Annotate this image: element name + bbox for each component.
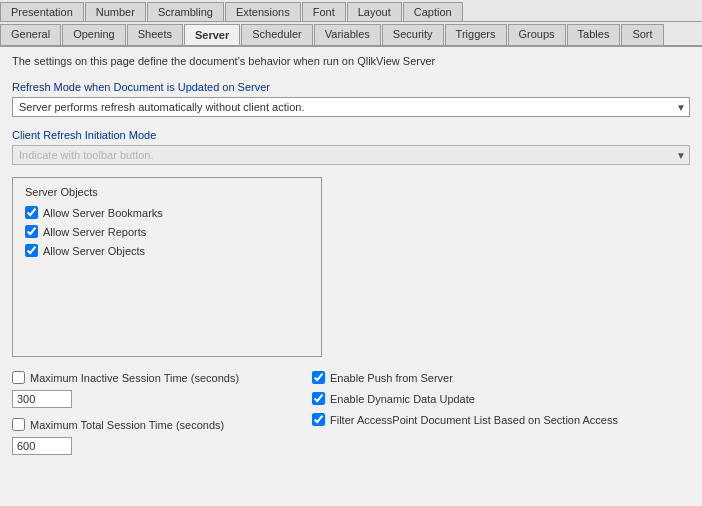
tab-scrambling[interactable]: Scrambling bbox=[147, 2, 224, 21]
tab-number[interactable]: Number bbox=[85, 2, 146, 21]
filter-accesspoint-label[interactable]: Filter AccessPoint Document List Based o… bbox=[330, 414, 618, 426]
allow-server-bookmarks-row: Allow Server Bookmarks bbox=[25, 206, 309, 219]
page-description: The settings on this page define the doc… bbox=[12, 55, 690, 67]
refresh-mode-label: Refresh Mode when Document is Updated on… bbox=[12, 81, 690, 93]
tab-sort[interactable]: Sort bbox=[621, 24, 663, 45]
tab-sheets[interactable]: Sheets bbox=[127, 24, 183, 45]
allow-server-objects-row: Allow Server Objects bbox=[25, 244, 309, 257]
tab-layout[interactable]: Layout bbox=[347, 2, 402, 21]
tab-variables[interactable]: Variables bbox=[314, 24, 381, 45]
tab-extensions[interactable]: Extensions bbox=[225, 2, 301, 21]
tab-groups[interactable]: Groups bbox=[508, 24, 566, 45]
allow-server-reports-label[interactable]: Allow Server Reports bbox=[43, 226, 146, 238]
max-total-row: Maximum Total Session Time (seconds) bbox=[12, 418, 292, 431]
bottom-right: Enable Push from Server Enable Dynamic D… bbox=[312, 371, 690, 465]
enable-push-label[interactable]: Enable Push from Server bbox=[330, 372, 453, 384]
allow-server-bookmarks-checkbox[interactable] bbox=[25, 206, 38, 219]
bottom-left: Maximum Inactive Session Time (seconds) … bbox=[12, 371, 292, 465]
tab-security[interactable]: Security bbox=[382, 24, 444, 45]
tab-row-1: Presentation Number Scrambling Extension… bbox=[0, 0, 702, 22]
main-content: The settings on this page define the doc… bbox=[0, 47, 702, 501]
tab-tables[interactable]: Tables bbox=[567, 24, 621, 45]
max-inactive-checkbox[interactable] bbox=[12, 371, 25, 384]
refresh-mode-dropdown[interactable]: Server performs refresh automatically wi… bbox=[12, 97, 690, 117]
enable-push-checkbox[interactable] bbox=[312, 371, 325, 384]
bottom-section: Maximum Inactive Session Time (seconds) … bbox=[12, 371, 690, 465]
filter-accesspoint-checkbox[interactable] bbox=[312, 413, 325, 426]
max-total-label[interactable]: Maximum Total Session Time (seconds) bbox=[30, 419, 224, 431]
max-inactive-label[interactable]: Maximum Inactive Session Time (seconds) bbox=[30, 372, 239, 384]
client-refresh-dropdown-container: Indicate with toolbar button. ▼ bbox=[12, 145, 690, 165]
server-objects-group: Server Objects Allow Server Bookmarks Al… bbox=[12, 177, 322, 357]
tab-general[interactable]: General bbox=[0, 24, 61, 45]
client-refresh-dropdown[interactable]: Indicate with toolbar button. bbox=[12, 145, 690, 165]
allow-server-reports-checkbox[interactable] bbox=[25, 225, 38, 238]
filter-accesspoint-row: Filter AccessPoint Document List Based o… bbox=[312, 413, 690, 426]
refresh-mode-dropdown-container: Server performs refresh automatically wi… bbox=[12, 97, 690, 117]
tab-server[interactable]: Server bbox=[184, 24, 240, 45]
enable-dynamic-checkbox[interactable] bbox=[312, 392, 325, 405]
server-objects-title: Server Objects bbox=[25, 186, 309, 198]
max-inactive-input[interactable] bbox=[12, 390, 72, 408]
client-refresh-label: Client Refresh Initiation Mode bbox=[12, 129, 690, 141]
enable-push-row: Enable Push from Server bbox=[312, 371, 690, 384]
max-inactive-row: Maximum Inactive Session Time (seconds) bbox=[12, 371, 292, 384]
tab-presentation[interactable]: Presentation bbox=[0, 2, 84, 21]
allow-server-bookmarks-label[interactable]: Allow Server Bookmarks bbox=[43, 207, 163, 219]
max-total-checkbox[interactable] bbox=[12, 418, 25, 431]
tab-opening[interactable]: Opening bbox=[62, 24, 126, 45]
allow-server-objects-checkbox[interactable] bbox=[25, 244, 38, 257]
tab-caption[interactable]: Caption bbox=[403, 2, 463, 21]
enable-dynamic-row: Enable Dynamic Data Update bbox=[312, 392, 690, 405]
allow-server-objects-label[interactable]: Allow Server Objects bbox=[43, 245, 145, 257]
tab-font[interactable]: Font bbox=[302, 2, 346, 21]
tab-triggers[interactable]: Triggers bbox=[445, 24, 507, 45]
tab-row-2: General Opening Sheets Server Scheduler … bbox=[0, 22, 702, 47]
max-total-input[interactable] bbox=[12, 437, 72, 455]
tab-scheduler[interactable]: Scheduler bbox=[241, 24, 313, 45]
enable-dynamic-label[interactable]: Enable Dynamic Data Update bbox=[330, 393, 475, 405]
allow-server-reports-row: Allow Server Reports bbox=[25, 225, 309, 238]
